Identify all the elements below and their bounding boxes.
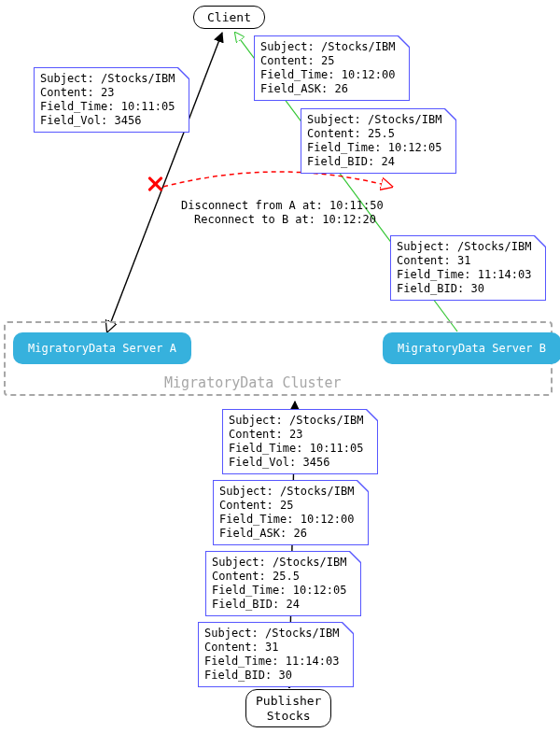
msg-line: Content: 25.5 <box>212 570 347 584</box>
msg-line: Field_Vol: 3456 <box>229 456 364 470</box>
client-node: Client <box>193 6 265 29</box>
server-b-label: MigratoryData Server B <box>398 342 546 355</box>
msg-line: Field_ASK: 26 <box>219 527 355 541</box>
disconnect-text: Disconnect from A at: 10:11:50 <box>181 199 384 212</box>
msg-line: Field_Time: 10:12:00 <box>219 513 355 527</box>
msg-serverA-to-client: Subject: /Stocks/IBM Content: 23 Field_T… <box>34 67 189 133</box>
msg-line: Field_BID: 30 <box>204 669 340 683</box>
msg-line: Content: 23 <box>229 428 364 442</box>
server-a-label: MigratoryData Server A <box>28 342 176 355</box>
msg-line: Content: 31 <box>397 254 532 268</box>
msg-line: Field_BID: 24 <box>307 155 442 169</box>
msg-line: Subject: /Stocks/IBM <box>219 485 355 499</box>
msg-line: Content: 25 <box>219 499 355 513</box>
msg-line: Field_Time: 10:11:05 <box>40 100 175 114</box>
msg-line: Field_Time: 10:12:00 <box>260 68 396 82</box>
client-label: Client <box>207 10 251 24</box>
disconnect-marker <box>147 176 163 192</box>
msg-line: Field_Vol: 3456 <box>40 114 175 128</box>
server-a-node: MigratoryData Server A <box>13 332 191 364</box>
msg-line: Subject: /Stocks/IBM <box>212 556 347 570</box>
msg-line: Field_BID: 30 <box>397 282 532 296</box>
server-b-node: MigratoryData Server B <box>383 332 560 364</box>
msg-publisher-3: Subject: /Stocks/IBM Content: 25.5 Field… <box>205 551 361 616</box>
msg-serverB-1: Subject: /Stocks/IBM Content: 25 Field_T… <box>254 35 410 101</box>
msg-line: Field_Time: 10:11:05 <box>229 442 364 456</box>
msg-line: Subject: /Stocks/IBM <box>229 414 364 428</box>
msg-line: Field_Time: 11:14:03 <box>397 268 532 282</box>
publisher-label-1: Publisher <box>256 694 321 708</box>
msg-line: Field_Time: 10:12:05 <box>212 584 347 598</box>
msg-serverB-3: Subject: /Stocks/IBM Content: 31 Field_T… <box>390 235 546 301</box>
msg-line: Field_ASK: 26 <box>260 82 396 96</box>
reconnect-text: Reconnect to B at: 10:12:20 <box>194 213 376 226</box>
msg-line: Subject: /Stocks/IBM <box>307 113 442 127</box>
msg-publisher-1: Subject: /Stocks/IBM Content: 23 Field_T… <box>222 409 378 474</box>
msg-publisher-4: Subject: /Stocks/IBM Content: 31 Field_T… <box>198 622 354 687</box>
msg-line: Content: 23 <box>40 86 175 100</box>
msg-line: Subject: /Stocks/IBM <box>40 72 175 86</box>
msg-line: Subject: /Stocks/IBM <box>260 40 396 54</box>
publisher-label-2: Stocks <box>267 709 311 723</box>
msg-line: Field_BID: 24 <box>212 598 347 612</box>
msg-line: Content: 31 <box>204 641 340 655</box>
msg-line: Subject: /Stocks/IBM <box>204 627 340 641</box>
msg-line: Content: 25 <box>260 54 396 68</box>
msg-line: Subject: /Stocks/IBM <box>397 240 532 254</box>
msg-serverB-2: Subject: /Stocks/IBM Content: 25.5 Field… <box>301 108 456 174</box>
publisher-node: Publisher Stocks <box>245 689 331 727</box>
cluster-label: MigratoryData Cluster <box>164 374 342 391</box>
msg-line: Content: 25.5 <box>307 127 442 141</box>
msg-line: Field_Time: 10:12:05 <box>307 141 442 155</box>
msg-publisher-2: Subject: /Stocks/IBM Content: 25 Field_T… <box>213 480 369 545</box>
msg-line: Field_Time: 11:14:03 <box>204 655 340 669</box>
